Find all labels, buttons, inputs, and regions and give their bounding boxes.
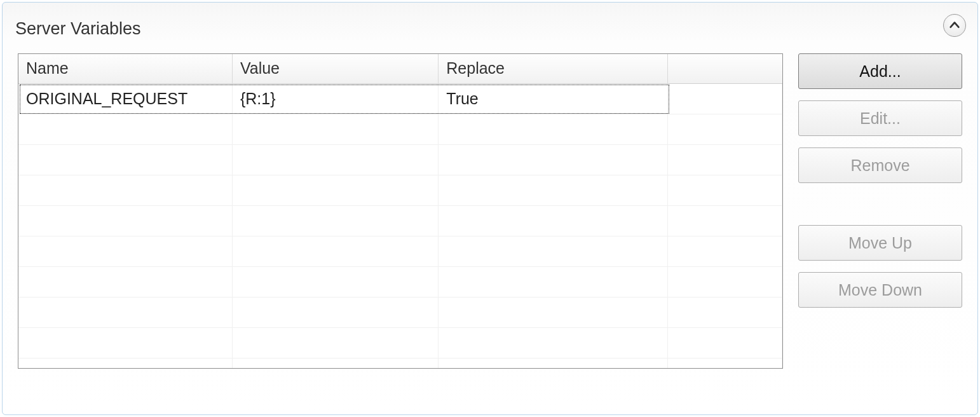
- move-down-button[interactable]: Move Down: [798, 272, 962, 308]
- col-header-extra[interactable]: [667, 54, 782, 83]
- panel-content: Name Value Replace ORIGINAL_REQUEST {R:1…: [18, 53, 962, 399]
- col-header-value[interactable]: Value: [232, 54, 438, 83]
- table-row[interactable]: [18, 114, 782, 144]
- col-header-replace[interactable]: Replace: [439, 54, 667, 83]
- remove-button[interactable]: Remove: [798, 147, 962, 183]
- grid-header-row: Name Value Replace: [18, 54, 782, 83]
- chevron-up-icon: [949, 20, 960, 31]
- button-column: Add... Edit... Remove Move Up Move Down: [798, 53, 962, 399]
- table-row[interactable]: [18, 266, 782, 297]
- table-row[interactable]: [18, 175, 782, 205]
- server-variables-panel: Server Variables Name Value Replace: [2, 2, 978, 415]
- collapse-button[interactable]: [943, 14, 966, 37]
- variables-grid[interactable]: Name Value Replace ORIGINAL_REQUEST {R:1…: [18, 53, 783, 369]
- move-up-button[interactable]: Move Up: [798, 225, 962, 261]
- add-button[interactable]: Add...: [798, 53, 962, 89]
- table-row[interactable]: [18, 236, 782, 266]
- table-row[interactable]: [18, 327, 782, 358]
- table-row[interactable]: ORIGINAL_REQUEST {R:1} True: [18, 83, 782, 114]
- cell-name: ORIGINAL_REQUEST: [18, 83, 232, 114]
- table-row[interactable]: [18, 358, 782, 369]
- table-row[interactable]: [18, 144, 782, 175]
- panel-title: Server Variables: [15, 19, 141, 39]
- col-header-name[interactable]: Name: [18, 54, 232, 83]
- cell-value: {R:1}: [232, 83, 438, 114]
- table-row[interactable]: [18, 297, 782, 327]
- cell-extra: [667, 83, 782, 114]
- edit-button[interactable]: Edit...: [798, 100, 962, 136]
- table-row[interactable]: [18, 205, 782, 236]
- cell-replace: True: [439, 83, 667, 114]
